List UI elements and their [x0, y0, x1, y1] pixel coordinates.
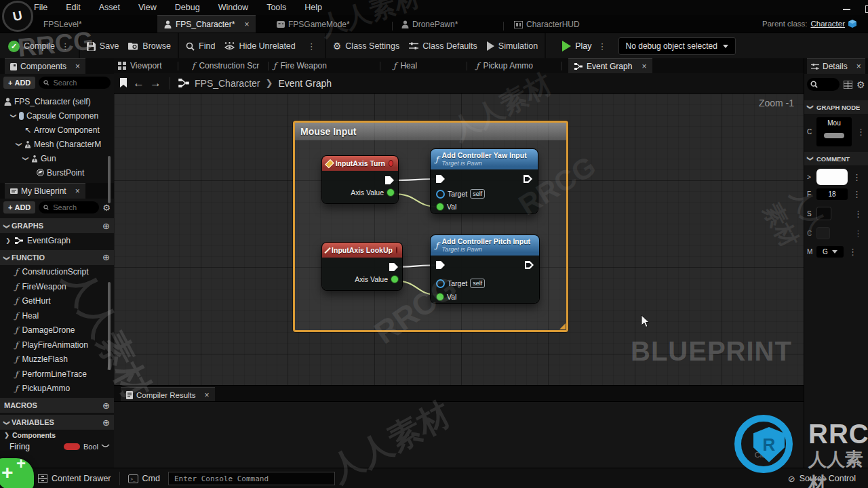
menu-window[interactable]: Window	[218, 3, 248, 12]
add-blueprint-item-button[interactable]: +ADD	[3, 201, 35, 214]
variable-category[interactable]: ❯ Components	[0, 430, 114, 440]
val-pin[interactable]: Val	[436, 203, 456, 211]
row-options-icon[interactable]: ⋮	[854, 127, 867, 136]
chevron-down-icon[interactable]: ❯	[22, 156, 29, 161]
tab-fire-weapon[interactable]: ƒFire Weapon	[273, 61, 327, 70]
graph-canvas[interactable]: Zoom -1 Mouse Input InputAxis Turn Axis …	[114, 94, 804, 385]
exec-out-pin[interactable]	[389, 263, 398, 271]
menu-edit[interactable]: Edit	[66, 3, 81, 12]
font-size-field[interactable]: 18	[816, 188, 848, 200]
tree-item-gun[interactable]: ❯ Gun	[4, 151, 114, 165]
myblueprint-search-input[interactable]	[52, 203, 94, 212]
add-macro-icon[interactable]: ⊕	[102, 401, 110, 411]
menu-debug[interactable]: Debug	[175, 3, 200, 12]
add-function-icon[interactable]: ⊕	[102, 252, 110, 262]
macros-section-header[interactable]: MACROS ⊕	[0, 398, 114, 413]
function-item[interactable]: ƒHeal	[0, 308, 114, 323]
parent-class-link[interactable]: Character	[810, 20, 845, 28]
chevron-down-icon[interactable]: ❯	[10, 113, 17, 119]
components-search-input[interactable]	[52, 78, 106, 87]
function-item[interactable]: ƒGetHurt	[0, 294, 114, 309]
mode-dropdown[interactable]: G	[816, 246, 844, 258]
functions-section-header[interactable]: ❯ FUNCTIO ⊕	[0, 250, 114, 265]
menu-tools[interactable]: Tools	[267, 3, 286, 12]
tree-item-mesh[interactable]: ❯ Mesh (CharacterM	[4, 137, 114, 151]
node-inputaxis-turn[interactable]: InputAxis Turn Axis Value	[322, 156, 398, 203]
class-defaults-button[interactable]: Class Defaults	[409, 41, 477, 51]
function-item[interactable]: ƒPickupAmmo	[0, 382, 114, 396]
simulation-button[interactable]: Simulation	[487, 41, 538, 51]
tree-item-capsule[interactable]: ❯ Capsule Componen	[4, 108, 114, 123]
eye-closed-icon[interactable]	[101, 444, 110, 449]
graphs-section-header[interactable]: ❯ GRAPHS ⊕	[0, 218, 114, 233]
add-variable-icon[interactable]: ⊕	[102, 418, 110, 428]
tab-fps-character[interactable]: FPS_Character* ×	[157, 15, 256, 33]
save-button[interactable]: Save	[87, 41, 119, 51]
row-options-icon[interactable]: ⋮	[852, 209, 865, 218]
myblueprint-search[interactable]	[39, 201, 99, 214]
back-arrow-icon[interactable]: ←	[133, 77, 144, 89]
color-swatch-dark[interactable]	[816, 207, 831, 220]
function-item[interactable]: ƒFireWeapon	[0, 279, 114, 294]
exec-in-pin[interactable]	[436, 261, 445, 269]
menu-file[interactable]: File	[34, 3, 47, 12]
menu-help[interactable]: Help	[304, 3, 322, 12]
function-item[interactable]: ƒDamageDrone	[0, 323, 114, 338]
eventgraph-item[interactable]: ❯ EventGraph	[0, 233, 114, 248]
forward-arrow-icon[interactable]: →	[150, 77, 161, 89]
details-search[interactable]	[807, 78, 840, 91]
play-button[interactable]: Play ⋮	[562, 41, 608, 52]
exec-out-pin[interactable]	[525, 261, 534, 269]
function-item[interactable]: ƒPlayFireAnimation	[0, 338, 114, 352]
tab-construction-script[interactable]: ƒConstruction Scr	[192, 61, 262, 70]
add-component-button[interactable]: +ADD	[3, 77, 35, 89]
breadcrumb-root[interactable]: FPS_Character	[195, 78, 260, 89]
debug-object-dropdown[interactable]: No debug object selected	[618, 37, 736, 55]
tab-fpslevel[interactable]: FPSLevel*	[43, 20, 82, 29]
tab-details[interactable]: Details ×	[807, 58, 865, 74]
target-pin[interactable]: Target self	[436, 279, 485, 288]
play-options-icon[interactable]: ⋮	[596, 42, 609, 51]
close-tab-icon[interactable]: ×	[856, 62, 861, 71]
comment-text-field[interactable]: Mou	[816, 117, 852, 146]
menu-view[interactable]: View	[138, 3, 157, 12]
scrollbar[interactable]	[108, 156, 111, 203]
function-item[interactable]: ƒPerformLineTrace	[0, 367, 114, 382]
tab-fpsgamemode[interactable]: FPSGameMode*	[277, 20, 350, 29]
node-inputaxis-lookup[interactable]: InputAxis LookUp Axis Value	[322, 243, 402, 290]
menu-asset[interactable]: Asset	[99, 3, 120, 12]
function-item[interactable]: ƒConstructionScript	[0, 265, 114, 280]
hide-options-icon[interactable]: ⋮	[305, 42, 318, 51]
chevron-down-icon[interactable]: ❯	[16, 142, 22, 147]
chevron-right-icon[interactable]: ❯	[5, 237, 11, 244]
tab-characterhud[interactable]: CharacterHUD	[514, 20, 580, 29]
find-button[interactable]: Find	[186, 41, 215, 51]
tab-viewport[interactable]: Viewport	[118, 61, 161, 70]
axis-value-pin[interactable]: Axis Value	[351, 188, 395, 197]
compile-button[interactable]: ✓ Compile⋮	[8, 41, 72, 52]
scrollbar[interactable]	[108, 282, 111, 370]
row-options-icon[interactable]: ⋮	[852, 229, 865, 238]
row-options-icon[interactable]: ⋮	[850, 190, 863, 199]
row-options-icon[interactable]: ⋮	[846, 247, 859, 256]
row-options-icon[interactable]: ⋮	[850, 173, 863, 182]
tree-item-self[interactable]: FPS_Character (self)	[4, 94, 114, 108]
tab-compiler-results[interactable]: Compiler Results ×	[121, 387, 215, 403]
close-tab-icon[interactable]: ×	[642, 62, 646, 71]
tree-item-arrow[interactable]: ↖ Arrow Component	[4, 123, 114, 137]
graph-node-section-header[interactable]: ❯ GRAPH NODE	[804, 100, 868, 114]
tab-components[interactable]: Components ×	[5, 58, 85, 74]
close-tab-icon[interactable]: ×	[205, 390, 210, 400]
content-drawer-button[interactable]: Content Drawer	[38, 474, 111, 483]
close-tab-icon[interactable]: ×	[75, 186, 80, 196]
class-settings-button[interactable]: ⚙ Class Settings	[333, 41, 399, 52]
variables-section-header[interactable]: ❯ VARIABLES ⊕	[0, 415, 114, 430]
tab-heal[interactable]: ƒHeal	[393, 61, 417, 70]
bookmark-icon[interactable]	[119, 78, 127, 88]
exec-out-pin[interactable]	[524, 175, 532, 183]
node-add-controller-pitch[interactable]: ƒ Add Controller Pitch Input Target is P…	[431, 235, 539, 303]
gear-icon[interactable]: ⚙	[856, 79, 865, 90]
val-pin[interactable]: Val	[436, 293, 456, 301]
hide-unrelated-button[interactable]: Hide Unrelated	[224, 41, 295, 51]
minimize-icon[interactable]	[843, 9, 850, 10]
